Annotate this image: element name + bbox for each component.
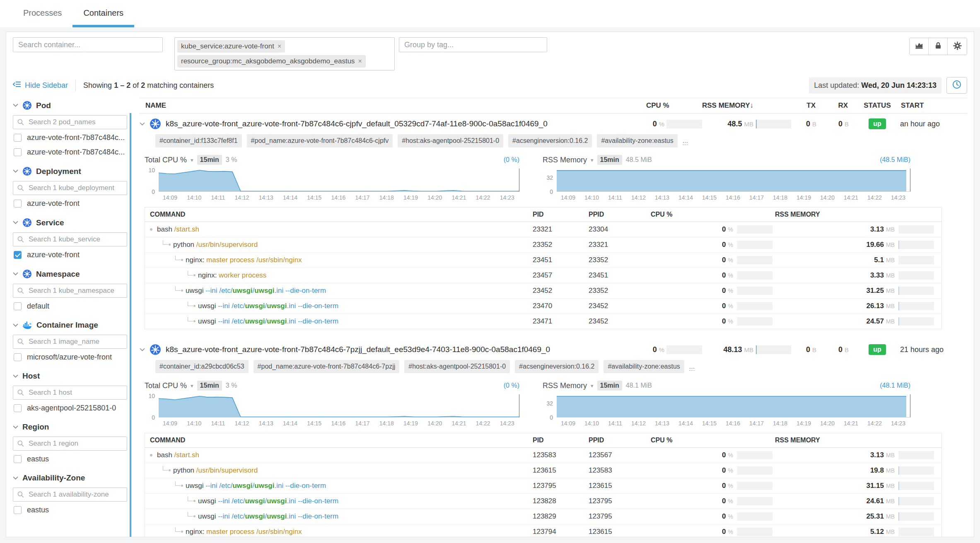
container-row[interactable]: k8s_azure-vote-front_azure-vote-front-7b… (140, 113, 967, 133)
container-tag[interactable]: #pod_name:azure-vote-front-7b87c484c6-cj… (247, 134, 393, 147)
checkbox[interactable] (14, 506, 22, 514)
col-command[interactable]: COMMAND (150, 437, 533, 444)
checkbox[interactable] (14, 302, 22, 310)
facet-search-input[interactable] (13, 284, 127, 298)
facet-item[interactable]: azure-vote-front-7b87c484c... (13, 130, 127, 145)
chevron-down-icon[interactable] (13, 272, 18, 276)
caret-down-icon[interactable]: ▾ (191, 383, 193, 389)
facet-header[interactable]: Availability-Zone (13, 471, 127, 485)
hide-sidebar-button[interactable]: Hide Sidebar (13, 81, 68, 90)
checkbox[interactable] (14, 251, 22, 259)
col-command[interactable]: COMMAND (150, 211, 533, 218)
container-tag[interactable]: #host:aks-agentpool-25215801-0 (398, 134, 503, 147)
facet-header[interactable]: Region (13, 420, 127, 434)
facet-search-input[interactable] (13, 335, 127, 349)
container-tag[interactable]: #host:aks-agentpool-25215801-0 (404, 360, 510, 373)
metric-max-label[interactable]: (0 %) (504, 156, 519, 164)
filter-tag-pill[interactable]: resource_group:mc_aksgobdemo_aksgobdemo_… (177, 55, 366, 68)
col-ppid[interactable]: PPID (589, 437, 651, 444)
checkbox[interactable] (14, 353, 22, 361)
col-rss-memory[interactable]: RSS MEMORY↓ (702, 101, 791, 110)
metric-max-label[interactable]: (48.5 MiB) (880, 156, 910, 164)
metric-selector[interactable]: RSS Memory (543, 156, 587, 164)
metric-selector[interactable]: Total CPU % (145, 156, 187, 164)
facet-header[interactable]: Service (13, 216, 127, 229)
facet-item[interactable]: azure-vote-front (13, 196, 127, 211)
col-start[interactable]: START (900, 101, 962, 110)
refresh-timer-button[interactable] (946, 77, 967, 94)
metric-max-label[interactable]: (0 %) (504, 382, 519, 389)
facet-item[interactable]: default (13, 299, 127, 314)
col-cpu[interactable]: CPU % (646, 101, 702, 110)
col-pid[interactable]: PID (533, 211, 589, 218)
metric-selector[interactable]: Total CPU % (145, 381, 187, 390)
facet-search-input[interactable] (13, 181, 127, 195)
settings-button[interactable] (948, 38, 967, 55)
facet-item[interactable]: eastus (13, 503, 127, 517)
chevron-down-icon[interactable] (13, 169, 18, 173)
metric-selector[interactable]: RSS Memory (543, 381, 587, 390)
col-pid[interactable]: PID (533, 437, 589, 444)
chevron-down-icon[interactable] (13, 476, 18, 480)
col-tx[interactable]: TX (791, 101, 822, 110)
chevron-down-icon[interactable] (140, 122, 145, 126)
container-tag[interactable]: #container_id:f133c7fef8f1 (155, 134, 242, 147)
checkbox[interactable] (14, 148, 22, 156)
facet-header[interactable]: Deployment (13, 164, 127, 178)
col-rss-memory[interactable]: RSS MEMORY (775, 437, 937, 444)
tab-processes[interactable]: Processes (12, 0, 72, 27)
facet-search-input[interactable] (13, 115, 127, 129)
container-tag[interactable]: #availability-zone:eastus (603, 360, 684, 373)
col-ppid[interactable]: PPID (589, 211, 651, 218)
container-tag[interactable]: #container_id:a29cbcd06c53 (155, 360, 249, 373)
facet-search-input[interactable] (13, 437, 127, 451)
chevron-down-icon[interactable] (13, 374, 18, 378)
facet-item[interactable]: eastus (13, 452, 127, 466)
container-tag[interactable]: #acsengineversion:0.16.2 (508, 134, 592, 147)
caret-down-icon[interactable]: ▾ (591, 383, 594, 389)
col-status[interactable]: STATUS (854, 101, 900, 110)
filter-tag-pill[interactable]: kube_service:azure-vote-front× (177, 40, 285, 53)
chevron-down-icon[interactable] (140, 348, 145, 352)
checkbox[interactable] (14, 404, 22, 412)
chevron-down-icon[interactable] (13, 425, 18, 429)
caret-down-icon[interactable]: ▾ (191, 157, 193, 163)
facet-search-input[interactable] (13, 386, 127, 400)
area-chart-button[interactable] (910, 38, 929, 55)
facet-item[interactable]: azure-vote-front (13, 248, 127, 262)
col-name[interactable]: NAME (140, 101, 646, 110)
lock-button[interactable] (929, 38, 948, 55)
facet-header[interactable]: Namespace (13, 267, 127, 281)
facet-item[interactable]: microsoft/azure-vote-front (13, 350, 127, 364)
container-tag[interactable]: #pod_name:azure-vote-front-7b87c484c6-7p… (253, 360, 400, 373)
container-tag[interactable]: #acsengineversion:0.16.2 (515, 360, 599, 373)
col-cpu[interactable]: CPU % (651, 437, 775, 444)
facet-item[interactable]: azure-vote-front-7b87c484c... (13, 145, 127, 159)
remove-tag-icon[interactable]: × (278, 43, 281, 50)
facet-search-input[interactable] (13, 232, 127, 246)
filter-box[interactable]: kube_service:azure-vote-front×resource_g… (174, 37, 395, 70)
checkbox[interactable] (14, 134, 22, 142)
facet-header[interactable]: Host (13, 369, 127, 383)
search-input[interactable] (13, 37, 163, 52)
facet-header[interactable]: Pod (13, 99, 127, 112)
container-tag[interactable]: #availability-zone:eastus (597, 134, 677, 147)
more-tags-button[interactable]: ... (689, 363, 695, 371)
more-tags-button[interactable]: ... (683, 137, 688, 145)
col-rss-memory[interactable]: RSS MEMORY (775, 211, 937, 218)
group-by-input[interactable] (399, 37, 547, 52)
checkbox[interactable] (14, 200, 22, 208)
facet-search-input[interactable] (13, 487, 127, 502)
chevron-down-icon[interactable] (13, 104, 18, 107)
remove-tag-icon[interactable]: × (358, 58, 362, 65)
container-row[interactable]: k8s_azure-vote-front_azure-vote-front-7b… (140, 339, 967, 359)
facet-header[interactable]: Container Image (13, 319, 127, 332)
chevron-down-icon[interactable] (13, 221, 18, 224)
checkbox[interactable] (14, 455, 22, 463)
scrollbar-thumb[interactable] (130, 113, 131, 537)
col-cpu[interactable]: CPU % (651, 211, 775, 218)
tab-containers[interactable]: Containers (72, 0, 134, 27)
col-rx[interactable]: RX (822, 101, 854, 110)
caret-down-icon[interactable]: ▾ (591, 157, 594, 163)
facet-item[interactable]: aks-agentpool-25215801-0 (13, 401, 127, 415)
